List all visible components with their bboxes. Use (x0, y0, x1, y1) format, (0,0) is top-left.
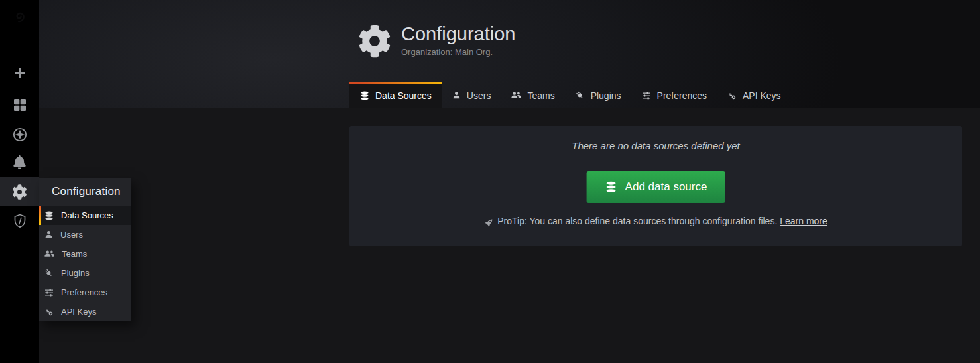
page-title: Configuration (401, 23, 516, 45)
sliders-icon (641, 90, 652, 101)
tab-label: Preferences (657, 90, 707, 101)
flyout-item-label: Data Sources (61, 210, 113, 220)
tab-api-keys[interactable]: API Keys (717, 82, 791, 108)
tab-label: Plugins (591, 90, 621, 101)
add-data-source-button[interactable]: Add data source (587, 171, 725, 203)
sidebar-item-create[interactable] (0, 58, 39, 88)
main-area: Configuration Organization: Main Org. Da… (39, 0, 980, 363)
flyout-item-label: Plugins (61, 268, 90, 278)
flyout-item-teams[interactable]: Teams (39, 244, 131, 263)
shield-icon (12, 213, 28, 229)
flyout-item-api-keys[interactable]: API Keys (39, 302, 131, 321)
add-data-source-button-label: Add data source (625, 181, 707, 194)
sidebar-item-configuration[interactable] (0, 177, 39, 206)
tab-data-sources[interactable]: Data Sources (349, 82, 442, 108)
page-header-title-block: Configuration Organization: Main Org. (358, 23, 516, 58)
flyout-item-label: Preferences (61, 287, 107, 297)
database-icon (359, 90, 370, 101)
sidebar-item-explore[interactable] (0, 120, 39, 149)
users-icon (44, 248, 55, 259)
plug-icon (575, 90, 585, 101)
plus-icon (13, 66, 27, 80)
plug-icon (44, 268, 54, 279)
flyout-item-plugins[interactable]: Plugins (39, 263, 131, 283)
apps-grid-icon (12, 97, 28, 113)
sliders-icon (44, 287, 54, 298)
tab-label: Teams (527, 90, 554, 101)
sidebar-item-dashboards[interactable] (0, 90, 39, 119)
flyout-item-data-sources[interactable]: Data Sources (39, 206, 131, 225)
users-icon (511, 90, 522, 101)
flyout-item-preferences[interactable]: Preferences (39, 283, 131, 302)
protip-line: ProTip: You can also define data sources… (349, 216, 962, 226)
compass-icon (12, 127, 28, 143)
bell-icon (13, 155, 27, 169)
page-body: There are no data sources defined yet Ad… (39, 108, 980, 363)
key-icon (727, 90, 737, 101)
configuration-flyout-menu: Configuration Data Sources Users Teams P… (39, 178, 131, 321)
sidebar-item-alerting[interactable] (0, 147, 39, 177)
gear-icon (358, 25, 391, 58)
user-icon (452, 90, 461, 100)
key-icon (44, 307, 54, 317)
tab-users[interactable]: Users (442, 82, 501, 108)
tab-bar: Data Sources Users Teams Plugins Prefere… (349, 82, 791, 108)
protip-text: ProTip: You can also define data sources… (497, 216, 777, 226)
side-menu (0, 0, 39, 363)
flyout-title[interactable]: Configuration (39, 178, 131, 206)
tab-label: API Keys (743, 90, 781, 101)
tab-plugins[interactable]: Plugins (565, 82, 631, 108)
database-icon (44, 210, 54, 221)
user-icon (44, 230, 54, 240)
flyout-item-label: API Keys (61, 307, 96, 317)
flyout-item-users[interactable]: Users (39, 225, 131, 244)
tab-label: Users (467, 90, 491, 101)
empty-state-message: There are no data sources defined yet (349, 140, 962, 151)
gear-icon (12, 184, 27, 200)
page-subtitle: Organization: Main Org. (401, 47, 516, 57)
rocket-icon (484, 218, 493, 228)
tab-teams[interactable]: Teams (501, 82, 564, 108)
grafana-logo-icon[interactable] (7, 3, 32, 28)
empty-list-panel: There are no data sources defined yet Ad… (349, 126, 962, 246)
flyout-item-label: Teams (62, 249, 87, 259)
grafana-app: Configuration Data Sources Users Teams P… (0, 0, 980, 363)
database-icon (605, 181, 618, 194)
tab-label: Data Sources (375, 90, 432, 101)
flyout-item-label: Users (60, 230, 83, 240)
tab-preferences[interactable]: Preferences (631, 82, 717, 108)
page-header: Configuration Organization: Main Org. Da… (39, 0, 980, 108)
learn-more-link[interactable]: Learn more (780, 216, 827, 226)
sidebar-item-server-admin[interactable] (0, 206, 39, 236)
